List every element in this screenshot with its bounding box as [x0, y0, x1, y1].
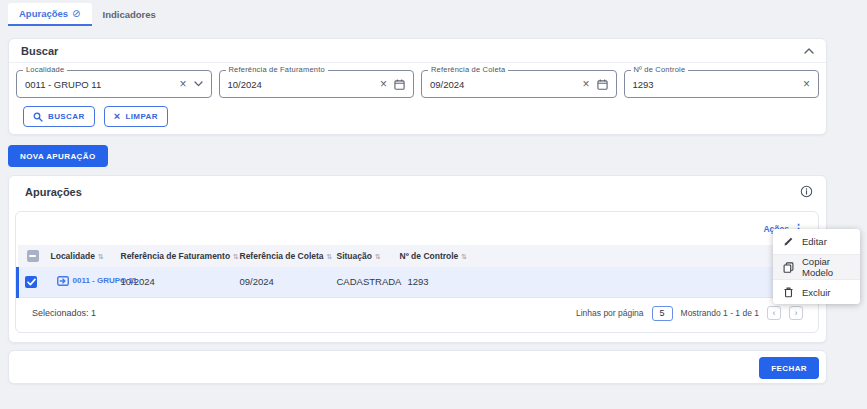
- localidade-input[interactable]: [25, 79, 179, 90]
- calendar-icon[interactable]: [597, 79, 608, 90]
- tab-apuracoes[interactable]: Apurações ⊘: [8, 3, 92, 26]
- row-checkbox[interactable]: [25, 276, 37, 288]
- tab-indicadores[interactable]: Indicadores: [92, 3, 167, 26]
- open-record-icon: [57, 276, 69, 286]
- buscar-button[interactable]: BUSCAR: [23, 106, 95, 127]
- acoes-context-menu: Editar Copiar Modelo Excluir: [773, 229, 860, 304]
- numero-controle-label: Nº de Controle: [631, 65, 689, 74]
- column-header-referencia-coleta[interactable]: Referência de Coleta⇅: [240, 245, 337, 267]
- menu-item-label: Copiar Modelo: [802, 256, 850, 278]
- info-icon[interactable]: [800, 185, 813, 198]
- search-title: Buscar: [21, 45, 58, 57]
- referencia-faturamento-field: Referência de Faturamento ×: [219, 70, 415, 98]
- column-header-referencia-faturamento[interactable]: Referência de Faturamento⇅: [121, 245, 240, 267]
- pencil-icon: [783, 236, 794, 247]
- tab-bar: Apurações ⊘ Indicadores: [8, 3, 167, 26]
- referencia-coleta-field: Referência de Coleta ×: [421, 70, 617, 98]
- referencia-faturamento-input[interactable]: [228, 79, 380, 90]
- menu-item-excluir[interactable]: Excluir: [773, 279, 860, 304]
- selected-count-text: Selecionados: 1: [32, 308, 96, 318]
- clear-icon: ×: [114, 111, 121, 122]
- chevron-down-icon[interactable]: [194, 81, 203, 87]
- search-panel: Buscar Localidade × Referência de Fatura…: [8, 38, 827, 135]
- limpar-label: LIMPAR: [125, 112, 157, 121]
- referencia-coleta-input[interactable]: [430, 79, 582, 90]
- next-page-button[interactable]: ›: [789, 306, 803, 320]
- numero-controle-input[interactable]: [633, 79, 803, 90]
- buscar-label: BUSCAR: [48, 112, 85, 121]
- clear-icon[interactable]: ×: [380, 78, 387, 90]
- copy-icon: [783, 262, 794, 273]
- trash-icon: [783, 287, 794, 298]
- limpar-button[interactable]: × LIMPAR: [104, 106, 168, 127]
- chevron-left-icon: ‹: [773, 309, 776, 318]
- tab-indicadores-label: Indicadores: [103, 9, 156, 20]
- tab-apuracoes-label: Apurações: [19, 8, 68, 19]
- localidade-field: Localidade ×: [16, 70, 212, 98]
- table-footer: Selecionados: 1 Linhas por página Mostra…: [16, 294, 818, 332]
- results-table: Localidade⇅ Referência de Faturamento⇅ R…: [16, 245, 818, 298]
- previous-page-button[interactable]: ‹: [767, 306, 781, 320]
- sort-icon: ⇅: [327, 253, 333, 260]
- cell-numero-controle: 1293: [408, 276, 429, 287]
- sort-icon: ⇅: [375, 253, 381, 260]
- column-header-localidade[interactable]: Localidade⇅: [51, 245, 121, 267]
- acoes-menu-trigger[interactable]: Ações ⋮: [16, 212, 818, 245]
- referencia-faturamento-label: Referência de Faturamento: [226, 65, 328, 74]
- menu-item-copiar-modelo[interactable]: Copiar Modelo: [773, 254, 860, 279]
- numero-controle-field: Nº de Controle ×: [624, 70, 820, 98]
- collapse-chevron-up-icon[interactable]: [804, 48, 814, 54]
- footer-bar: FECHAR: [8, 350, 827, 384]
- cell-referencia-coleta: 09/2024: [240, 267, 337, 297]
- cell-situacao: CADASTRADA: [337, 267, 400, 297]
- chevron-right-icon: ›: [795, 309, 798, 318]
- results-panel: Apurações Ações ⋮ Localidade⇅ Referência…: [8, 175, 827, 343]
- clear-icon[interactable]: ×: [179, 78, 186, 90]
- clear-icon[interactable]: ×: [803, 78, 810, 90]
- results-title: Apurações: [25, 186, 82, 198]
- column-header-situacao[interactable]: Situação⇅: [337, 245, 400, 267]
- sort-icon: ⇅: [233, 253, 239, 260]
- pagination: Linhas por página Mostrando 1 - 1 de 1 ‹…: [576, 306, 803, 321]
- block-icon: ⊘: [72, 9, 80, 19]
- results-table-card: Ações ⋮ Localidade⇅ Referência de Fatura…: [15, 211, 819, 333]
- menu-item-label: Editar: [802, 236, 827, 247]
- nova-apuracao-button[interactable]: NOVA APURAÇÃO: [8, 145, 108, 167]
- referencia-coleta-label: Referência de Coleta: [428, 65, 508, 74]
- menu-item-label: Excluir: [802, 287, 831, 298]
- table-row[interactable]: 0011 - GRUPO 11 10/2024 09/2024 CADASTRA…: [18, 267, 819, 297]
- localidade-label: Localidade: [23, 65, 67, 74]
- select-all-checkbox[interactable]: [27, 250, 39, 262]
- showing-range-text: Mostrando 1 - 1 de 1: [681, 308, 759, 318]
- table-header-row: Localidade⇅ Referência de Faturamento⇅ R…: [18, 245, 819, 267]
- sort-icon: ⇅: [461, 253, 467, 260]
- rows-per-page-label: Linhas por página: [576, 308, 644, 318]
- column-header-numero-controle[interactable]: Nº de Controle⇅: [400, 245, 819, 267]
- cell-referencia-faturamento: 10/2024: [121, 267, 240, 297]
- sort-icon: ⇅: [98, 253, 104, 260]
- calendar-icon[interactable]: [394, 79, 405, 90]
- search-icon: [33, 112, 43, 122]
- menu-item-editar[interactable]: Editar: [773, 229, 860, 254]
- rows-per-page-input[interactable]: [652, 306, 673, 321]
- fechar-button[interactable]: FECHAR: [759, 357, 819, 379]
- clear-icon[interactable]: ×: [582, 78, 589, 90]
